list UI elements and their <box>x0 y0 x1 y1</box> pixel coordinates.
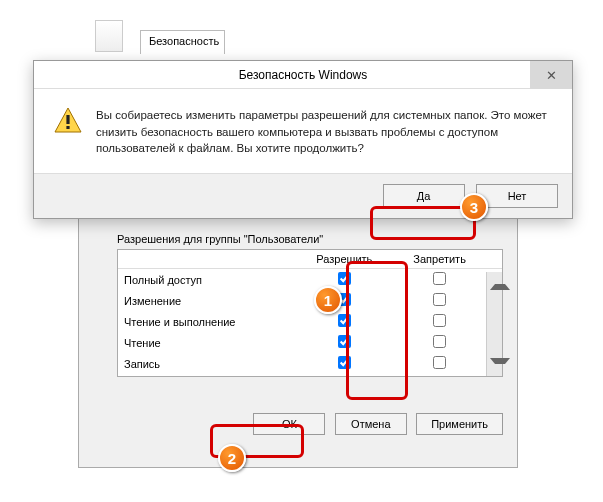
svg-rect-1 <box>66 115 69 124</box>
permissions-col-name <box>118 250 296 269</box>
deny-checkbox[interactable] <box>433 335 446 348</box>
permissions-scrollbar[interactable] <box>486 272 502 376</box>
permission-name: Чтение <box>118 332 296 353</box>
dialog-message: Вы собираетесь изменить параметры разреш… <box>96 107 552 157</box>
permissions-table: Разрешить Запретить Полный доступИзменен… <box>117 249 503 377</box>
svg-rect-2 <box>66 126 69 129</box>
table-row: Полный доступ <box>118 269 502 291</box>
allow-checkbox[interactable] <box>338 293 351 306</box>
permission-name: Изменение <box>118 290 296 311</box>
close-button[interactable]: ✕ <box>530 61 572 89</box>
ok-button[interactable]: ОК <box>253 413 325 435</box>
deny-checkbox[interactable] <box>433 356 446 369</box>
security-warning-dialog: Безопасность Windows ✕ Вы собираетесь из… <box>33 60 573 219</box>
allow-checkbox[interactable] <box>338 335 351 348</box>
yes-button[interactable]: Да <box>383 184 465 208</box>
permission-name: Запись <box>118 353 296 374</box>
warning-icon <box>54 107 82 157</box>
cancel-button[interactable]: Отмена <box>335 413 407 435</box>
apply-button[interactable]: Применить <box>416 413 503 435</box>
permissions-panel: Разрешения для группы "Пользователи" Раз… <box>78 218 518 468</box>
tab-security[interactable]: Безопасность <box>140 30 225 54</box>
table-row: Изменение <box>118 290 502 311</box>
file-icon <box>95 20 123 52</box>
permissions-col-deny: Запретить <box>393 250 486 269</box>
deny-checkbox[interactable] <box>433 293 446 306</box>
allow-checkbox[interactable] <box>338 272 351 285</box>
table-row: Чтение <box>118 332 502 353</box>
allow-checkbox[interactable] <box>338 314 351 327</box>
permission-name: Полный доступ <box>118 269 296 291</box>
permissions-group-label: Разрешения для группы "Пользователи" <box>117 233 503 245</box>
permission-name: Чтение и выполнение <box>118 311 296 332</box>
deny-checkbox[interactable] <box>433 314 446 327</box>
dialog-title: Безопасность Windows <box>239 68 368 82</box>
table-row: Чтение и выполнение <box>118 311 502 332</box>
deny-checkbox[interactable] <box>433 272 446 285</box>
allow-checkbox[interactable] <box>338 356 351 369</box>
close-icon: ✕ <box>546 68 557 83</box>
no-button[interactable]: Нет <box>476 184 558 208</box>
table-row: Запись <box>118 353 502 374</box>
dialog-button-row: Да Нет <box>34 173 572 218</box>
dialog-titlebar: Безопасность Windows ✕ <box>34 61 572 89</box>
permissions-col-allow: Разрешить <box>296 250 394 269</box>
